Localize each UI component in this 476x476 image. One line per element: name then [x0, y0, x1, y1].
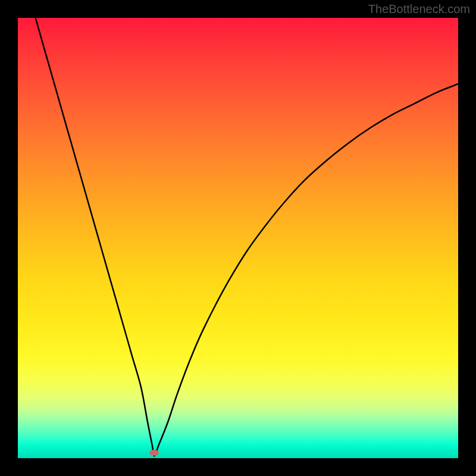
- attribution-label: TheBottleneck.com: [368, 2, 470, 16]
- bottleneck-curve: [18, 18, 458, 458]
- chart-plot-area: [18, 18, 458, 458]
- optimal-marker: [149, 450, 159, 456]
